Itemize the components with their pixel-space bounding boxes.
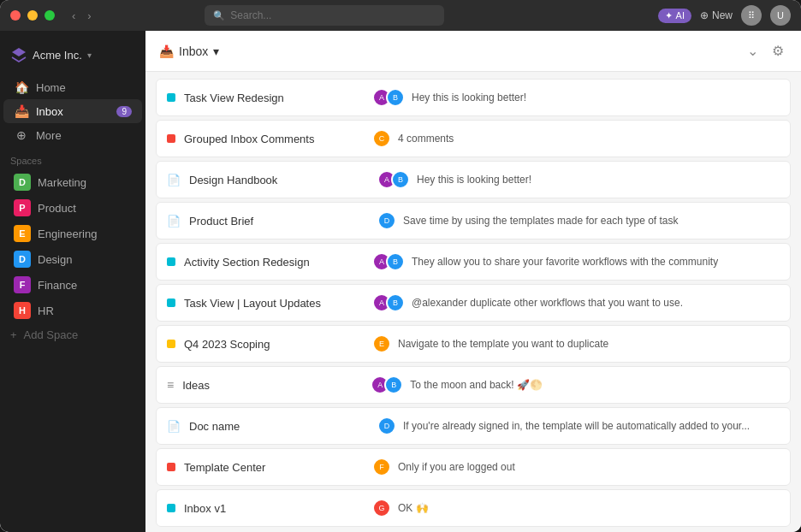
avatar: B [384,375,403,394]
sidebar-item-product[interactable]: P Product [3,195,142,221]
inbox-list: Task View Redesign A B Hey this is looki… [145,72,801,532]
list-icon: ≡ [167,378,174,392]
avatar: F [372,458,391,476]
avatars: A B [372,293,405,312]
item-message: Save time by using the templates made fo… [403,215,679,227]
item-right: A B @alexander duplicate other workflows… [372,293,780,312]
maximize-button[interactable] [44,10,55,21]
avatars: A B [372,252,405,271]
item-message: @alexander duplicate other workflows tha… [412,297,683,309]
avatar: G [372,499,391,517]
doc-icon: 📄 [167,420,181,433]
avatar: B [386,88,405,107]
content-header: 📥 Inbox ▾ ⌄ ⚙ [145,31,801,72]
search-bar[interactable]: 🔍 [205,5,444,26]
table-row[interactable]: ≡ Ideas A B To the moon and back! 🚀🌕 [156,366,791,404]
space-label: Finance [38,279,77,292]
ai-button[interactable]: ✦ AI [658,9,691,23]
sidebar-item-inbox[interactable]: 📥 Inbox 9 [3,99,142,123]
search-input[interactable] [230,9,436,21]
item-title: Activity Section Redesign [184,256,364,269]
org-header[interactable]: Acme Inc. ▾ [0,41,145,75]
item-message: 4 comments [398,133,454,145]
avatars: C [372,129,391,148]
item-color-indicator [167,299,175,307]
org-chevron-icon: ▾ [87,50,92,60]
item-message: To the moon and back! 🚀🌕 [410,379,543,391]
item-right: C 4 comments [372,129,780,148]
app-window: ‹ › 🔍 ✦ AI ⊕ New ⠿ U [0,0,801,532]
space-dot-hr: H [14,302,31,319]
avatar: B [386,252,405,271]
search-icon: 🔍 [213,10,225,21]
item-title: Task View | Layout Updates [184,297,364,310]
item-title: Template Center [184,461,364,474]
avatars: D [377,211,396,230]
table-row[interactable]: Template Center F Only if you are logged… [156,448,791,486]
titlebar: ‹ › 🔍 ✦ AI ⊕ New ⠿ U [0,0,801,31]
back-button[interactable]: ‹ [68,8,79,24]
spaces-label: Spaces [0,147,145,169]
table-row[interactable]: Q4 2023 Scoping E Navigate to the templa… [156,325,791,363]
item-title: Task View Redesign [184,92,364,104]
avatars: A B [371,375,403,394]
doc-icon: 📄 [167,174,181,186]
item-message: They allow you to share your favorite wo… [412,256,718,268]
space-dot-engineering: E [14,225,31,242]
table-row[interactable]: Activity Section Redesign A B They allow… [156,243,791,281]
item-title: Inbox v1 [184,502,364,515]
sidebar-item-marketing[interactable]: D Marketing [3,169,142,195]
sidebar-item-home[interactable]: 🏠 Home [3,75,142,99]
table-row[interactable]: Task View Redesign A B Hey this is looki… [156,79,791,116]
space-label: Marketing [38,176,86,189]
inbox-chevron-icon: ▾ [213,44,219,58]
item-right: D Save time by using the templates made … [377,211,780,230]
main-content: Acme Inc. ▾ 🏠 Home 📥 Inbox 9 ⊕ More Spac… [0,31,801,532]
item-color-indicator [167,93,175,102]
item-title: Product Brief [189,215,369,228]
sidebar-item-design[interactable]: D Design [3,246,142,272]
sidebar: Acme Inc. ▾ 🏠 Home 📥 Inbox 9 ⊕ More Spac… [0,31,145,532]
close-button[interactable] [10,10,21,21]
grid-icon[interactable]: ⠿ [741,5,762,26]
org-name: Acme Inc. [33,49,82,62]
sidebar-item-hr[interactable]: H HR [3,298,142,323]
sidebar-item-label: Home [36,81,66,94]
content-area: 📥 Inbox ▾ ⌄ ⚙ Task View Redesign A [145,31,801,532]
table-row[interactable]: 📄 Design Handbook A B Hey this is lookin… [156,161,791,198]
item-message: Hey this is looking better! [417,174,531,186]
add-space-label: Add Space [24,328,79,341]
item-color-indicator [167,463,175,471]
space-dot-marketing: D [14,174,31,191]
item-right: F Only if you are logged out [372,458,780,476]
item-title: Grouped Inbox Comments [184,133,364,145]
org-icon [10,46,27,63]
collapse-button[interactable]: ⌄ [744,39,762,62]
table-row[interactable]: Grouped Inbox Comments C 4 comments [156,120,791,157]
item-color-indicator [167,134,175,143]
table-row[interactable]: 📄 Product Brief D Save time by using the… [156,202,791,239]
table-row[interactable]: Inbox v1 G OK 🙌 [156,489,791,527]
item-message: OK 🙌 [398,502,429,514]
avatar: B [386,293,405,312]
sidebar-item-label: Inbox [36,105,63,118]
inbox-title[interactable]: 📥 Inbox ▾ [159,44,219,58]
sidebar-item-engineering[interactable]: E Engineering [3,221,142,246]
item-right: A B Hey this is looking better! [377,170,780,189]
space-label: Engineering [38,228,97,240]
user-avatar[interactable]: U [770,5,791,26]
item-title: Q4 2023 Scoping [184,338,364,351]
add-space-button[interactable]: + Add Space [0,323,145,346]
new-button[interactable]: ⊕ New [700,9,733,21]
settings-button[interactable]: ⚙ [768,39,787,62]
minimize-button[interactable] [27,10,38,21]
forward-button[interactable]: › [84,8,94,24]
table-row[interactable]: 📄 Doc name D If you're already signed in… [156,407,791,445]
sidebar-item-finance[interactable]: F Finance [3,272,142,298]
avatars: D [377,417,396,435]
table-row[interactable]: Task View | Layout Updates A B @alexande… [156,284,791,322]
item-right: A B To the moon and back! 🚀🌕 [371,375,780,394]
space-dot-finance: F [14,276,31,293]
item-color-indicator [167,340,175,348]
sidebar-item-more[interactable]: ⊕ More [3,123,142,147]
